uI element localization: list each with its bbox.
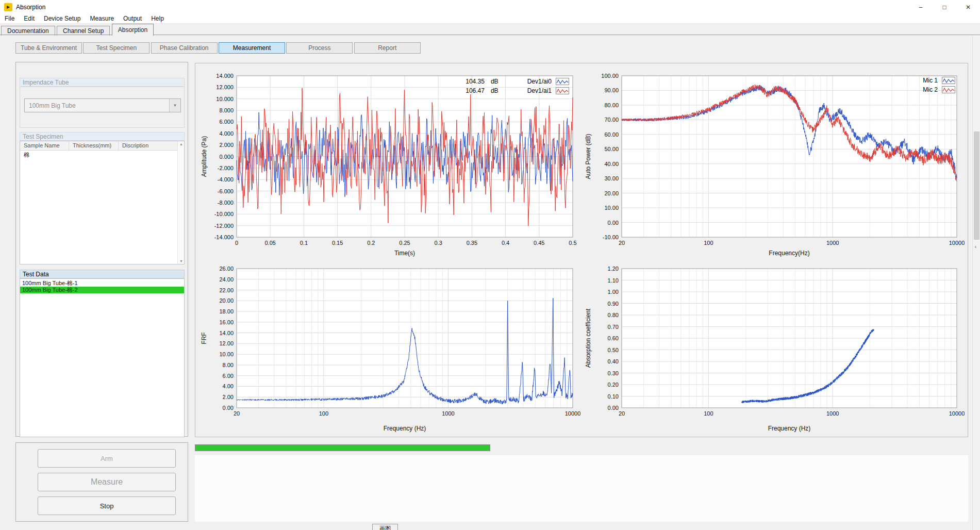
level-value-ai1: 106.47	[454, 87, 485, 94]
auto-power-chart: 20100100010000100.0090.0080.0070.0060.00…	[583, 71, 965, 262]
legend-row: Mic 1	[894, 76, 955, 85]
window-controls: – □ ✕	[909, 0, 980, 14]
svg-text:4.00: 4.00	[223, 383, 234, 389]
subtab-process[interactable]: Process	[286, 42, 353, 54]
level-unit-ai0: dB	[491, 78, 499, 85]
svg-text:12.00: 12.00	[219, 340, 234, 346]
svg-text:100: 100	[319, 410, 328, 417]
svg-text:Absorption coefficient: Absorption coefficient	[585, 308, 592, 368]
menu-output[interactable]: Output	[119, 14, 146, 24]
svg-text:0.4: 0.4	[502, 240, 509, 246]
svg-text:-6.000: -6.000	[218, 188, 234, 194]
arm-button[interactable]: Arm	[38, 449, 176, 468]
section-tabs: Tube & Environment Test Specimen Phase C…	[15, 42, 420, 54]
svg-text:50.00: 50.00	[604, 146, 619, 152]
waveform-icon[interactable]	[942, 77, 955, 84]
svg-text:100: 100	[704, 240, 713, 246]
svg-text:FRF: FRF	[201, 332, 208, 344]
svg-text:0.60: 0.60	[608, 335, 619, 341]
svg-text:30.00: 30.00	[604, 175, 619, 181]
tab-drawing[interactable]: 画图	[372, 524, 398, 530]
waveform-icon[interactable]	[942, 86, 955, 93]
window-title: Absorption	[16, 4, 45, 11]
legend-row: 106.47 dB Dev1/ai1	[454, 86, 569, 95]
scrollbar-thumb[interactable]	[974, 131, 979, 240]
stop-button[interactable]: Stop	[38, 496, 176, 515]
svg-text:0.15: 0.15	[332, 240, 343, 246]
main-tabs: Documentation Channel Setup Absorption	[1, 24, 154, 35]
svg-text:0.00: 0.00	[223, 405, 234, 411]
menu-file[interactable]: File	[0, 14, 19, 24]
menu-edit[interactable]: Edit	[19, 14, 39, 24]
subtab-report[interactable]: Report	[354, 42, 421, 54]
svg-text:18.00: 18.00	[219, 308, 234, 314]
minimize-button[interactable]: –	[909, 0, 933, 14]
svg-text:0: 0	[235, 240, 238, 246]
subtab-measurement[interactable]: Measurement	[219, 42, 285, 54]
cell-thickness	[69, 151, 119, 158]
svg-text:0.20: 0.20	[608, 382, 619, 388]
level-value-ai0: 104.35	[454, 78, 485, 85]
svg-text:20.00: 20.00	[219, 297, 234, 304]
svg-text:20: 20	[619, 410, 625, 417]
legend-label-mic2: Mic 2	[923, 86, 938, 93]
svg-text:0.30: 0.30	[608, 370, 619, 376]
absorption-chart: 201001000100001.201.101.000.900.800.700.…	[583, 262, 965, 438]
chevron-down-icon[interactable]: ▼	[169, 99, 180, 112]
menu-help[interactable]: Help	[146, 14, 169, 24]
subtab-tube-environment[interactable]: Tube & Environment	[15, 42, 82, 54]
table-row[interactable]: 棉	[20, 151, 184, 158]
frf-chart: 2010010001000026.0024.0022.0020.0018.001…	[199, 262, 580, 438]
menu-device-setup[interactable]: Device Setup	[39, 14, 85, 24]
vertical-scrollbar[interactable]	[972, 35, 980, 530]
impedance-tube-label: Impendace Tube	[20, 78, 185, 87]
svg-text:2.00: 2.00	[223, 394, 234, 400]
svg-text:1.20: 1.20	[608, 266, 619, 272]
svg-text:10000: 10000	[949, 240, 965, 246]
subtab-test-specimen[interactable]: Test Specimen	[83, 42, 150, 54]
app-icon: ▶	[4, 3, 12, 11]
measure-button[interactable]: Measure	[38, 473, 176, 491]
svg-text:90.00: 90.00	[604, 87, 619, 93]
test-specimen-label: Test Specimen	[20, 132, 185, 141]
svg-text:0.40: 0.40	[608, 358, 619, 365]
impedance-tube-dropdown[interactable]: 100mm Big Tube ▼	[24, 98, 181, 112]
test-data-item-selected[interactable]: 100mm Big Tube-棉-2	[20, 287, 184, 293]
svg-text:20: 20	[619, 240, 625, 246]
scroll-up-icon[interactable]: ▲	[178, 142, 185, 146]
svg-text:12.000: 12.000	[216, 84, 234, 90]
svg-text:20.00: 20.00	[604, 190, 619, 196]
svg-text:6.000: 6.000	[219, 119, 234, 125]
svg-text:0.90: 0.90	[608, 301, 619, 307]
col-discription: Discription	[119, 141, 184, 150]
waveform-icon[interactable]	[556, 78, 569, 85]
svg-text:Auto Power (dB): Auto Power (dB)	[585, 134, 592, 179]
close-button[interactable]: ✕	[956, 0, 980, 14]
subtab-phase-calibration[interactable]: Phase Calibration	[151, 42, 218, 54]
test-specimen-table: Sample Name Thickness(mm) Discription 棉 …	[20, 141, 185, 264]
svg-text:0.10: 0.10	[608, 393, 619, 400]
progress-bar-fill	[195, 445, 490, 451]
svg-text:-14.000: -14.000	[214, 234, 234, 240]
test-data-item[interactable]: 100mm Big Tube-棉-1	[20, 280, 184, 287]
table-scrollbar[interactable]: ▲ ▼	[177, 141, 184, 264]
menu-measure[interactable]: Measure	[85, 14, 119, 24]
svg-text:0.2: 0.2	[367, 240, 375, 246]
svg-text:20: 20	[234, 410, 240, 417]
svg-text:8.000: 8.000	[219, 107, 234, 113]
bottom-panel	[195, 455, 968, 522]
maximize-button[interactable]: □	[933, 0, 956, 14]
panel-collapse-icon[interactable]: ‹	[972, 243, 979, 251]
scroll-down-icon[interactable]: ▼	[178, 259, 185, 263]
svg-text:1.10: 1.10	[608, 277, 619, 284]
svg-text:0.25: 0.25	[399, 240, 410, 246]
svg-text:0.00: 0.00	[608, 220, 619, 226]
svg-text:Frequency (Hz): Frequency (Hz)	[384, 425, 426, 432]
waveform-icon[interactable]	[556, 87, 569, 94]
absorption-plot: 201001000100001.201.101.000.900.800.700.…	[583, 262, 965, 438]
svg-text:14.00: 14.00	[219, 330, 234, 336]
svg-text:10.00: 10.00	[604, 205, 619, 211]
svg-text:Frequency (Hz): Frequency (Hz)	[768, 425, 811, 432]
tab-absorption[interactable]: Absorption	[112, 24, 154, 36]
svg-text:100.00: 100.00	[601, 73, 619, 79]
